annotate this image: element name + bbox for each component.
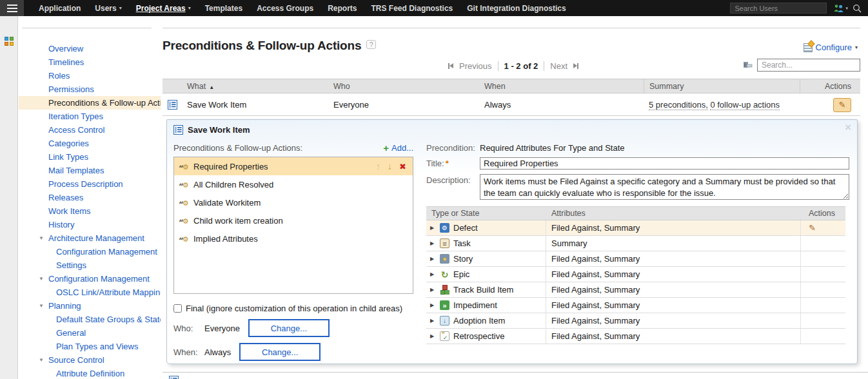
next-page-link[interactable]: Next bbox=[550, 61, 567, 71]
sidebar-item-label: Plan Types and Views bbox=[56, 342, 138, 351]
sidebar-item[interactable]: ▼ OSLC Link/Attribute Mapping bbox=[19, 286, 161, 299]
configure-menu-button[interactable]: Configure ▾ bbox=[804, 43, 858, 52]
sidebar-item[interactable]: ▼ Source Control bbox=[19, 353, 161, 367]
sidebar-item[interactable]: ▼ Plan Types and Views bbox=[19, 340, 161, 353]
move-up-icon[interactable]: ↑ bbox=[376, 161, 380, 171]
expand-arrow-icon[interactable]: ▶ bbox=[430, 287, 436, 293]
topbar-menu-item[interactable]: Reports ▾ bbox=[321, 0, 364, 16]
sidebar-item-label: Source Control bbox=[48, 355, 104, 365]
edit-pencil-icon[interactable]: ✎ bbox=[809, 223, 816, 233]
precondition-item[interactable]: “⚙ Child work item creation ↑ ↓ ✖ bbox=[174, 211, 413, 229]
type-state-row[interactable]: ▶ Impediment Filed Against, Summary ✎ bbox=[426, 298, 845, 313]
section-collapse-icon[interactable]: ▼ bbox=[39, 272, 44, 286]
last-page-icon[interactable] bbox=[573, 63, 578, 69]
sidebar-item[interactable]: ▼ Process Description bbox=[19, 177, 161, 191]
user-type-filter-icon[interactable]: ▾ bbox=[833, 4, 848, 12]
attributes-value: Filed Against, Summary bbox=[546, 329, 800, 344]
type-state-row[interactable]: ▶ Retrospective Filed Against, Summary ✎ bbox=[426, 329, 845, 344]
topbar-menu-item[interactable]: Templates ▾ bbox=[198, 0, 250, 16]
apps-grid-icon[interactable] bbox=[5, 37, 14, 46]
remove-icon[interactable]: ✖ bbox=[399, 162, 406, 171]
type-state-row[interactable]: ▶ Task Summary ✎ bbox=[426, 236, 845, 251]
precondition-item[interactable]: “⚙ Implied Attributes ↑ ↓ ✖ bbox=[174, 229, 413, 248]
expand-arrow-icon[interactable]: ▶ bbox=[430, 318, 436, 324]
work-item-operation-icon bbox=[173, 125, 183, 135]
expand-arrow-icon[interactable]: ▶ bbox=[430, 271, 436, 277]
column-header-when[interactable]: When bbox=[482, 82, 644, 91]
sidebar-item[interactable]: ▼ Attribute Definition bbox=[19, 367, 161, 379]
followup-actions-count-link[interactable]: 0 follow-up actions bbox=[710, 100, 780, 110]
search-icon[interactable] bbox=[853, 4, 862, 13]
precondition-item[interactable]: “⚙ Required Properties ↑ ↓ ✖ bbox=[174, 157, 413, 175]
table-search-input[interactable] bbox=[757, 59, 860, 72]
sidebar-item[interactable]: ▼ Categories bbox=[19, 137, 161, 150]
final-checkbox[interactable] bbox=[173, 304, 182, 313]
expand-arrow-icon[interactable]: ▶ bbox=[430, 256, 436, 262]
top-application-bar: Application ▾ Users ▾ Project Areas ▾ Te… bbox=[0, 0, 868, 16]
topbar-menu-item[interactable]: Users ▾ bbox=[88, 0, 128, 16]
sidebar-item-label: Overview bbox=[48, 44, 83, 53]
add-precondition-button[interactable]: + Add... bbox=[383, 143, 413, 153]
topbar-menu-item[interactable]: TRS Feed Diagnostics ▾ bbox=[364, 0, 460, 16]
topbar-menu-item[interactable]: Access Groups ▾ bbox=[250, 0, 321, 16]
section-collapse-icon[interactable]: ▼ bbox=[39, 231, 44, 245]
description-field-textarea[interactable]: Work items must be Filed Against a speci… bbox=[480, 174, 849, 200]
hamburger-menu-icon[interactable] bbox=[0, 0, 24, 16]
user-search-input[interactable] bbox=[730, 3, 827, 14]
sidebar-item[interactable]: ▼ Planning bbox=[19, 299, 161, 313]
topbar-menu-item[interactable]: Project Areas ▾ bbox=[129, 0, 198, 16]
topbar-menu-item[interactable]: Git Integration Diagnostics ▾ bbox=[460, 0, 573, 16]
sidebar-item[interactable]: ▼ Configuration Management bbox=[19, 245, 161, 258]
sidebar-item[interactable]: ▼ Iteration Types bbox=[19, 110, 161, 123]
close-panel-icon[interactable]: × bbox=[845, 121, 851, 134]
sidebar-item[interactable]: ▼ General bbox=[19, 326, 161, 340]
sidebar-item[interactable]: ▼ Mail Templates bbox=[19, 164, 161, 177]
next-operation-row-partial bbox=[169, 376, 179, 379]
topbar-menu-item[interactable]: Application ▾ bbox=[32, 0, 88, 16]
precondition-item[interactable]: “⚙ All Children Resolved ↑ ↓ ✖ bbox=[174, 175, 413, 193]
section-collapse-icon[interactable]: ▼ bbox=[39, 353, 44, 367]
type-state-row[interactable]: ▶ Story Filed Against, Summary ✎ bbox=[426, 251, 845, 267]
sidebar-item[interactable]: ▼ Settings bbox=[19, 258, 161, 272]
sidebar-item[interactable]: ▼ Work Items bbox=[19, 204, 161, 218]
move-down-icon[interactable]: ↓ bbox=[388, 161, 392, 171]
expand-arrow-icon[interactable]: ▶ bbox=[430, 333, 436, 339]
precondition-item[interactable]: “⚙ Validate Workitem ↑ ↓ ✖ bbox=[174, 193, 413, 211]
sidebar-item[interactable]: ▼ Permissions bbox=[19, 83, 161, 96]
column-header-who[interactable]: Who bbox=[331, 82, 482, 91]
help-icon[interactable]: ? bbox=[366, 40, 376, 49]
sidebar-item[interactable]: ▼ Configuration Management bbox=[19, 272, 161, 286]
type-state-row[interactable]: ▶ Adoption Item Filed Against, Summary ✎ bbox=[426, 313, 845, 329]
expand-arrow-icon[interactable]: ▶ bbox=[430, 302, 436, 308]
type-state-row[interactable]: ▶ Track Build Item Filed Against, Summar… bbox=[426, 282, 845, 298]
sidebar-item[interactable]: ▼ Roles bbox=[19, 69, 161, 83]
sidebar-item[interactable]: ▼ Preconditions & Follow-up Actions bbox=[19, 96, 161, 110]
topbar-menu-item-label: TRS Feed Diagnostics bbox=[371, 4, 453, 13]
filter-icon[interactable] bbox=[743, 61, 753, 70]
type-state-row[interactable]: ▶ Defect Filed Against, Summary ✎ bbox=[426, 220, 845, 236]
preconditions-count-link[interactable]: 5 preconditions, bbox=[649, 100, 708, 110]
previous-page-link[interactable]: Previous bbox=[459, 61, 492, 71]
edit-operation-button[interactable]: ✎ bbox=[833, 98, 851, 112]
section-divider bbox=[163, 372, 868, 373]
change-who-button[interactable]: Change... bbox=[248, 319, 330, 337]
column-header-what[interactable]: What▲ bbox=[182, 82, 331, 91]
sidebar-item[interactable]: ▼ Link Types bbox=[19, 150, 161, 164]
sidebar-item[interactable]: ▼ Releases bbox=[19, 191, 161, 204]
expand-arrow-icon[interactable]: ▶ bbox=[430, 240, 436, 246]
column-header-summary[interactable]: Summary bbox=[644, 79, 800, 93]
change-when-button[interactable]: Change... bbox=[239, 343, 321, 361]
sidebar-item[interactable]: ▼ Overview bbox=[19, 42, 161, 55]
title-field-input[interactable] bbox=[480, 157, 849, 170]
sidebar-item[interactable]: ▼ Timelines bbox=[19, 55, 161, 69]
sidebar-item[interactable]: ▼ History bbox=[19, 218, 161, 231]
sidebar-item[interactable]: ▼ Default State Groups & States bbox=[19, 313, 161, 326]
section-collapse-icon[interactable]: ▼ bbox=[39, 299, 44, 313]
type-state-row[interactable]: ▶ Epic Filed Against, Summary ✎ bbox=[426, 267, 845, 282]
first-page-icon[interactable] bbox=[448, 63, 453, 69]
expand-arrow-icon[interactable]: ▶ bbox=[430, 225, 436, 231]
sidebar-item[interactable]: ▼ Architecture Management bbox=[19, 231, 161, 245]
operation-row-save-work-item[interactable]: Save Work Item Everyone Always 5 precond… bbox=[163, 94, 860, 116]
precondition-icon: “⚙ bbox=[178, 214, 190, 228]
sidebar-item[interactable]: ▼ Access Control bbox=[19, 123, 161, 137]
